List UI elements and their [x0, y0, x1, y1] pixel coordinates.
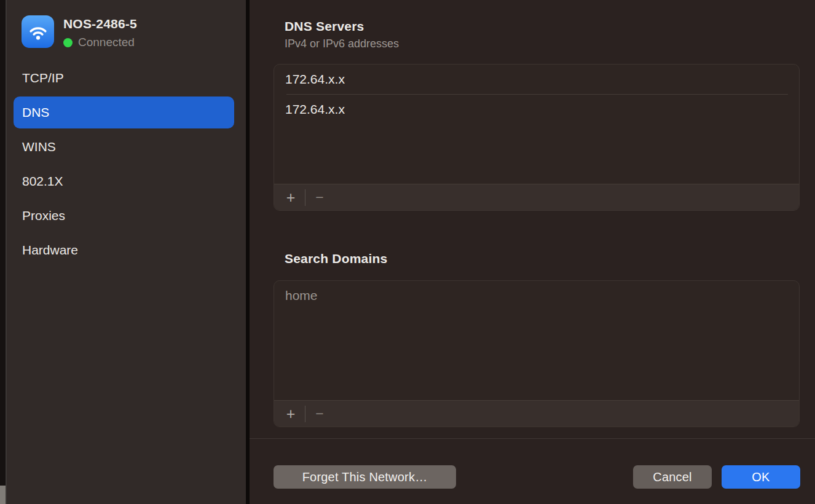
search-domains-listbox: home + −: [274, 280, 800, 427]
sidebar-item-8021x[interactable]: 802.1X: [7, 164, 246, 199]
add-search-domain-button[interactable]: +: [282, 401, 300, 427]
cancel-button[interactable]: Cancel: [633, 465, 712, 489]
network-header: NOS-2486-5 Connected: [22, 15, 137, 49]
wifi-icon: [22, 15, 54, 48]
plus-icon: +: [286, 406, 296, 422]
add-dns-server-button[interactable]: +: [282, 184, 300, 210]
sidebar-item-proxies[interactable]: Proxies: [7, 199, 246, 233]
dns-servers-listbox: 172.64.x.x 172.64.x.x + −: [274, 64, 800, 211]
plus-icon: +: [286, 190, 296, 205]
remove-search-domain-button[interactable]: −: [310, 401, 329, 427]
dns-servers-subtitle: IPv4 or IPv6 addresses: [285, 37, 399, 50]
minus-icon: −: [315, 191, 323, 205]
ok-button[interactable]: OK: [722, 465, 800, 489]
dns-settings-panel: DNS Servers IPv4 or IPv6 addresses 172.6…: [250, 0, 815, 504]
dns-server-entry[interactable]: 172.64.x.x: [274, 65, 799, 94]
search-domains-list-toolbar: + −: [274, 400, 799, 427]
sidebar-item-tcpip[interactable]: TCP/IP: [7, 61, 246, 95]
sidebar-item-wins[interactable]: WINS: [7, 130, 246, 164]
remove-dns-server-button[interactable]: −: [310, 184, 329, 210]
network-status-label: Connected: [78, 36, 135, 49]
footer-divider: [250, 438, 815, 439]
minus-icon: −: [315, 407, 323, 421]
background-window-edge: [0, 0, 6, 504]
search-domain-entry[interactable]: home: [274, 281, 799, 310]
network-name: NOS-2486-5: [63, 17, 137, 31]
background-window-edge-bottom: [0, 486, 6, 504]
forget-network-button[interactable]: Forget This Network…: [274, 465, 456, 489]
network-status: Connected: [63, 36, 137, 49]
sidebar-item-dns[interactable]: DNS: [7, 95, 246, 130]
sidebar-nav: TCP/IP DNS WINS 802.1X Proxies Hardware: [7, 61, 246, 267]
dns-servers-title: DNS Servers: [285, 19, 364, 34]
search-domains-title: Search Domains: [285, 251, 387, 266]
connected-status-dot-icon: [63, 38, 73, 47]
dns-server-entry[interactable]: 172.64.x.x: [274, 95, 799, 124]
toolbar-separator: [305, 189, 305, 206]
sidebar-item-hardware[interactable]: Hardware: [7, 233, 246, 267]
toolbar-separator: [305, 406, 305, 422]
sidebar: NOS-2486-5 Connected TCP/IP DNS WINS: [7, 0, 246, 504]
dns-servers-list-toolbar: + −: [274, 184, 799, 210]
wifi-network-details-sheet: NOS-2486-5 Connected TCP/IP DNS WINS: [0, 0, 815, 504]
network-meta: NOS-2486-5 Connected: [63, 15, 137, 49]
